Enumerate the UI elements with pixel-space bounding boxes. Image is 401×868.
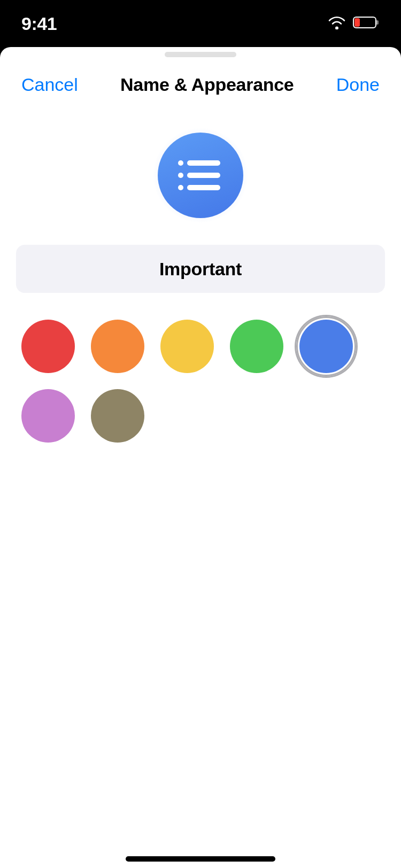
color-swatch-red[interactable]: [21, 320, 75, 373]
bottom-sheet: Cancel Name & Appearance Done: [0, 47, 401, 868]
color-grid: [21, 320, 380, 443]
svg-rect-2: [354, 18, 360, 27]
battery-icon: [353, 15, 380, 32]
svg-point-3: [178, 160, 183, 166]
color-swatch-purple[interactable]: [21, 389, 75, 443]
color-swatch-yellow[interactable]: [160, 320, 214, 373]
status-time: 9:41: [21, 13, 57, 34]
color-swatch-brown[interactable]: [91, 389, 144, 443]
nav-bar: Cancel Name & Appearance Done: [0, 58, 401, 111]
status-bar: 9:41: [0, 0, 401, 47]
svg-rect-8: [187, 185, 220, 190]
svg-rect-4: [187, 160, 220, 166]
color-swatch-orange[interactable]: [91, 320, 144, 373]
home-indicator: [126, 856, 275, 862]
wifi-icon: [327, 15, 346, 32]
svg-rect-1: [376, 20, 379, 25]
svg-point-5: [178, 173, 183, 178]
done-button[interactable]: Done: [336, 74, 380, 95]
color-picker-section: [0, 293, 401, 443]
name-input-container[interactable]: [16, 245, 385, 293]
svg-point-7: [178, 185, 183, 190]
cancel-button[interactable]: Cancel: [21, 74, 78, 95]
name-input[interactable]: [16, 259, 385, 280]
list-icon-container[interactable]: [158, 133, 243, 218]
color-swatch-blue[interactable]: [299, 320, 353, 373]
svg-rect-6: [187, 173, 220, 178]
page-title: Name & Appearance: [120, 74, 294, 95]
status-icons: [327, 15, 380, 32]
drag-handle-area: [0, 47, 401, 58]
list-icon-circle: [158, 133, 243, 218]
color-swatch-green[interactable]: [230, 320, 283, 373]
icon-area: [0, 111, 401, 245]
drag-handle: [165, 52, 236, 57]
list-lines-icon: [176, 157, 225, 194]
